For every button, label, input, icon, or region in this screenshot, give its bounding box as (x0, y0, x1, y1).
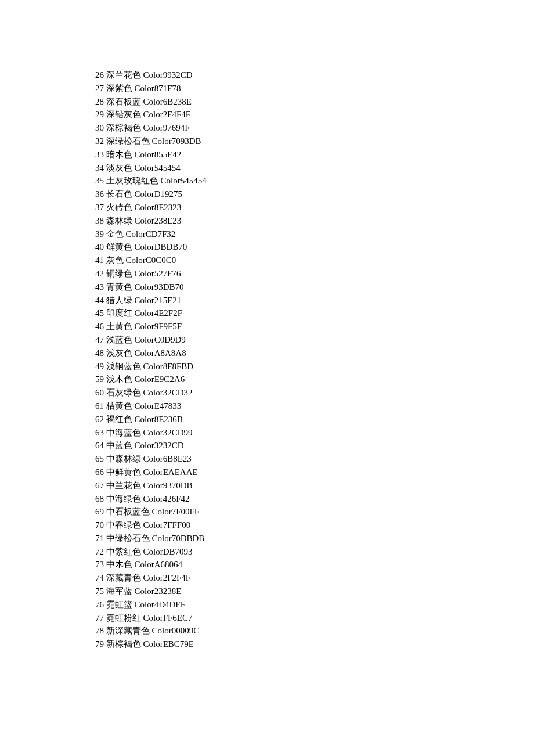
color-code: Color8F8FBD (143, 362, 194, 371)
color-code: Color238E23 (135, 216, 182, 225)
color-name: 深紫色 (106, 84, 132, 93)
color-name: 中石板蓝色 (106, 507, 150, 516)
color-number: 39 (95, 229, 104, 239)
color-code: Color215E21 (135, 296, 182, 305)
color-number: 63 (95, 428, 104, 437)
color-code: Color23238E (135, 586, 182, 596)
color-entry: 39 金色 ColorCD7F32 (95, 228, 534, 241)
color-number: 49 (95, 362, 104, 371)
color-name: 森林绿 (106, 216, 132, 225)
color-entry: 49 浅钢蓝色 Color8F8FBD (95, 360, 534, 373)
color-number: 71 (95, 534, 104, 543)
color-code: Color2F4F4F (143, 110, 191, 119)
color-number: 68 (95, 494, 104, 503)
color-number: 74 (95, 573, 104, 582)
color-number: 28 (95, 97, 104, 106)
color-code: Color9F9F5F (135, 322, 182, 331)
color-entry: 37 火砖色 Color8E2323 (95, 201, 534, 214)
color-entry: 43 青黄色 Color93DB70 (95, 280, 534, 294)
color-number: 65 (95, 454, 104, 463)
color-entry: 64 中蓝色 Color3232CD (95, 439, 534, 452)
color-name: 火砖色 (106, 203, 132, 212)
color-number: 38 (95, 216, 104, 225)
color-entry: 62 褐红色 Color8E236B (95, 413, 534, 426)
color-name: 深铅灰色 (106, 110, 141, 119)
color-name: 土灰玫瑰红色 (106, 176, 158, 185)
color-entry: 40 鲜黄色 ColorDBDB70 (95, 240, 534, 254)
color-entry: 76 霓虹篮 Color4D4DFF (95, 598, 534, 611)
color-code: Color8E236B (135, 415, 183, 424)
color-number: 79 (95, 639, 104, 649)
color-code: ColorCD7F32 (126, 229, 176, 239)
color-code: ColorE9C2A6 (135, 375, 185, 384)
color-code: ColorEBC79E (143, 639, 194, 649)
color-code: ColorA8A8A8 (135, 348, 186, 358)
color-name: 猎人绿 (106, 296, 132, 305)
color-entry: 38 森林绿 Color238E23 (95, 214, 534, 228)
color-entry: 77 霓虹粉红 ColorFF6EC7 (95, 611, 534, 625)
color-entry: 34 淡灰色 Color545454 (95, 161, 534, 175)
color-list-page: 26 深兰花色 Color9932CD27 深紫色 Color871F7828 … (0, 0, 534, 651)
color-number: 35 (95, 176, 104, 185)
color-code: Color7F00FF (152, 507, 200, 516)
color-name: 深绿松石色 (106, 136, 150, 146)
color-entry: 28 深石板蓝 Color6B238E (95, 95, 534, 109)
color-number: 48 (95, 348, 104, 358)
color-code: Color2F2F4F (143, 573, 191, 582)
color-code: Color32CD99 (143, 428, 193, 437)
color-entry: 63 中海蓝色 Color32CD99 (95, 426, 534, 440)
color-code: Color871F78 (135, 84, 181, 93)
color-number: 59 (95, 375, 104, 384)
color-name: 浅钢蓝色 (106, 362, 141, 371)
color-entry: 71 中绿松石色 Color70DBDB (95, 532, 534, 545)
color-name: 中绿松石色 (106, 534, 150, 543)
color-number: 26 (95, 70, 104, 80)
color-number: 34 (95, 163, 104, 172)
color-number: 44 (95, 296, 104, 305)
color-entry: 78 新深藏青色 Color00009C (95, 624, 534, 638)
color-name: 浅木色 (106, 375, 132, 384)
color-entry: 65 中森林绿 Color6B8E23 (95, 452, 534, 466)
color-entry: 33 暗木色 Color855E42 (95, 148, 534, 161)
color-entry: 79 新棕褐色 ColorEBC79E (95, 638, 534, 651)
color-entry: 47 浅蓝色 ColorC0D9D9 (95, 333, 534, 347)
color-number: 69 (95, 507, 104, 516)
color-entry: 70 中春绿色 Color7FFF00 (95, 519, 534, 532)
color-name: 中蓝色 (106, 441, 132, 450)
color-number: 46 (95, 322, 104, 331)
color-code: ColorC0D9D9 (135, 335, 186, 344)
color-code: Color545454 (135, 163, 181, 172)
color-entry: 42 铜绿色 Color527F76 (95, 267, 534, 280)
color-number: 27 (95, 84, 104, 93)
color-name: 石灰绿色 (106, 388, 141, 397)
color-number: 75 (95, 586, 104, 596)
color-name: 中春绿色 (106, 520, 141, 530)
color-number: 66 (95, 467, 104, 477)
color-code: ColorE47833 (135, 401, 182, 411)
color-number: 40 (95, 242, 104, 251)
color-entry: 44 猎人绿 Color215E21 (95, 294, 534, 307)
color-code: Color6B8E23 (143, 454, 192, 463)
color-name: 铜绿色 (106, 269, 132, 278)
color-name: 深石板蓝 (106, 97, 141, 106)
color-number: 61 (95, 401, 104, 411)
color-name: 霓虹篮 (106, 600, 132, 609)
color-number: 37 (95, 203, 104, 212)
color-entry: 35 土灰玫瑰红色 Color545454 (95, 174, 534, 188)
color-entry: 48 浅灰色 ColorA8A8A8 (95, 347, 534, 360)
color-code: Color9370DB (143, 481, 193, 490)
color-name: 海军蓝 (106, 586, 132, 596)
color-number: 73 (95, 560, 104, 569)
color-entry: 59 浅木色 ColorE9C2A6 (95, 373, 534, 386)
color-entry: 32 深绿松石色 Color7093DB (95, 135, 534, 148)
color-entry: 74 深藏青色 Color2F2F4F (95, 571, 534, 585)
color-entry: 61 桔黄色 ColorE47833 (95, 399, 534, 413)
color-number: 30 (95, 123, 104, 132)
color-name: 新棕褐色 (106, 639, 141, 649)
color-name: 中海蓝色 (106, 428, 141, 437)
color-entry: 68 中海绿色 Color426F42 (95, 492, 534, 506)
color-entry: 36 长石色 ColorD19275 (95, 188, 534, 201)
color-code: ColorD19275 (135, 189, 183, 199)
color-number: 47 (95, 335, 104, 344)
color-code: Color7FFF00 (143, 520, 191, 530)
